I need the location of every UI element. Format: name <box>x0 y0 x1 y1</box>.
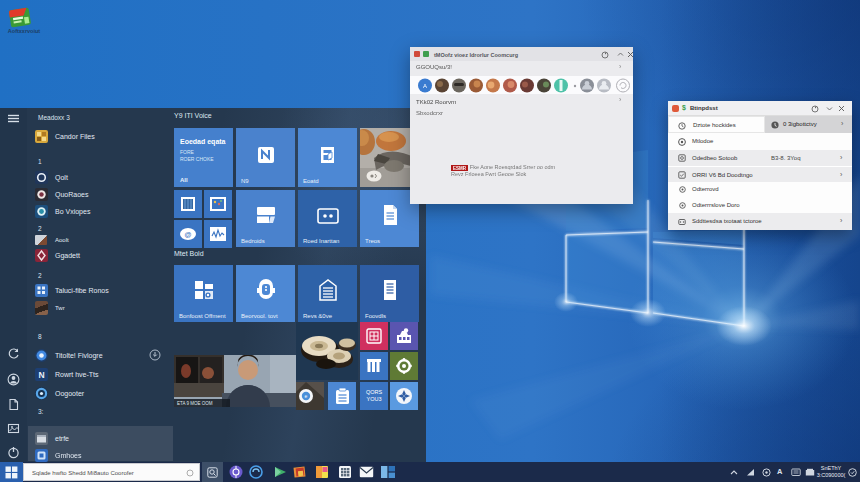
svg-text:e: e <box>305 393 308 399</box>
svg-text:ETA 9 MOE OOM: ETA 9 MOE OOM <box>177 401 213 406</box>
svg-text:A: A <box>423 83 427 89</box>
svg-text:@: @ <box>185 231 192 238</box>
svg-text:Aoftxxrvoiut: Aoftxxrvoiut <box>8 28 41 34</box>
svg-text:N: N <box>38 370 44 380</box>
